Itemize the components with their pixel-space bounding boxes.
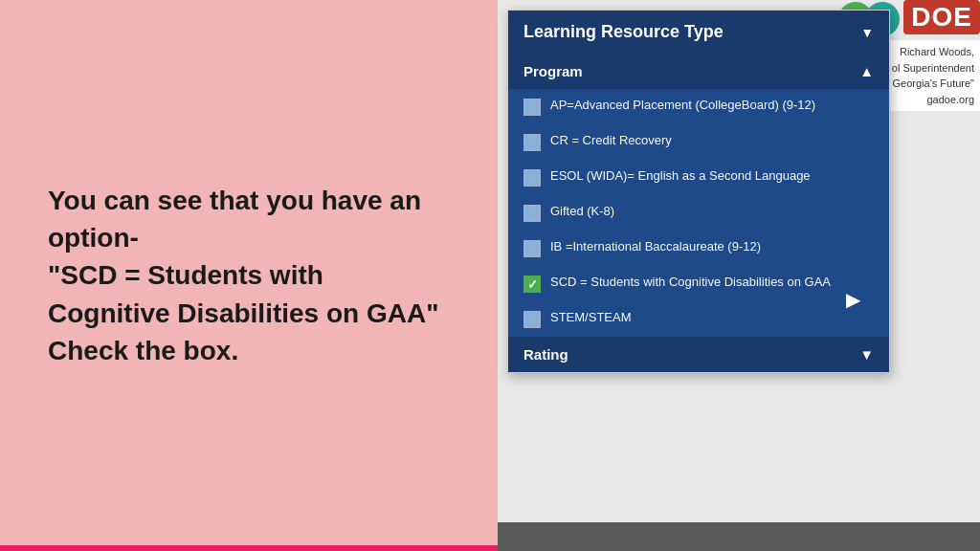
instruction-text: You can see that you have an option- "SC… — [48, 182, 450, 369]
list-item-esol[interactable]: ESOL (WIDA)= English as a Second Languag… — [508, 160, 889, 195]
list-item-ap[interactable]: AP=Advanced Placement (CollegeBoard) (9-… — [508, 89, 889, 124]
checkbox-scd[interactable] — [523, 276, 541, 293]
checkbox-stem[interactable] — [523, 311, 541, 328]
checkbox-cr[interactable] — [523, 134, 541, 151]
checkbox-ap[interactable] — [523, 99, 541, 116]
dropdown-header-chevron: ▼ — [860, 25, 874, 40]
item-label-ib: IB =International Baccalaureate (9-12) — [550, 239, 761, 255]
doe-info: Richard Woods, ol Superintendent Georgia… — [886, 40, 980, 111]
bottom-bar — [498, 522, 980, 551]
program-label: Program — [523, 63, 583, 79]
learning-resource-type-dropdown[interactable]: Learning Resource Type ▼ Program ▲ AP=Ad… — [507, 10, 890, 373]
checkbox-gifted[interactable] — [523, 205, 541, 222]
rating-label: Rating — [523, 346, 568, 363]
program-section-header[interactable]: Program ▲ — [508, 54, 889, 89]
item-label-cr: CR = Credit Recovery — [550, 133, 672, 149]
list-item-scd[interactable]: SCD = Students with Cognitive Disabiliti… — [508, 266, 889, 301]
list-item-cr[interactable]: CR = Credit Recovery — [508, 124, 889, 160]
left-panel: You can see that you have an option- "SC… — [0, 0, 498, 551]
item-label-esol: ESOL (WIDA)= English as a Second Languag… — [550, 168, 811, 185]
list-item-gifted[interactable]: Gifted (K-8) — [508, 195, 889, 231]
program-items-list: AP=Advanced Placement (CollegeBoard) (9-… — [508, 89, 889, 337]
checkbox-ib[interactable] — [523, 240, 541, 257]
checkbox-esol[interactable] — [523, 169, 541, 187]
dropdown-header-label: Learning Resource Type — [523, 22, 724, 42]
rating-chevron-icon: ▼ — [859, 346, 874, 363]
item-label-ap: AP=Advanced Placement (CollegeBoard) (9-… — [550, 98, 815, 114]
pink-bottom-line — [0, 545, 498, 551]
rating-section-header[interactable]: Rating ▼ — [508, 337, 889, 372]
list-item-stem[interactable]: STEM/STEAM — [508, 301, 889, 337]
item-label-scd: SCD = Students with Cognitive Disabiliti… — [550, 275, 831, 291]
program-chevron-icon: ▲ — [859, 63, 874, 79]
item-label-gifted: Gifted (K-8) — [550, 204, 614, 220]
list-item-ib[interactable]: IB =International Baccalaureate (9-12) — [508, 231, 889, 266]
item-label-stem: STEM/STEAM — [550, 310, 632, 326]
right-panel: DOE Richard Woods, ol Superintendent Geo… — [498, 0, 980, 551]
doe-badge: DOE — [903, 0, 980, 34]
dropdown-header[interactable]: Learning Resource Type ▼ — [508, 11, 889, 54]
